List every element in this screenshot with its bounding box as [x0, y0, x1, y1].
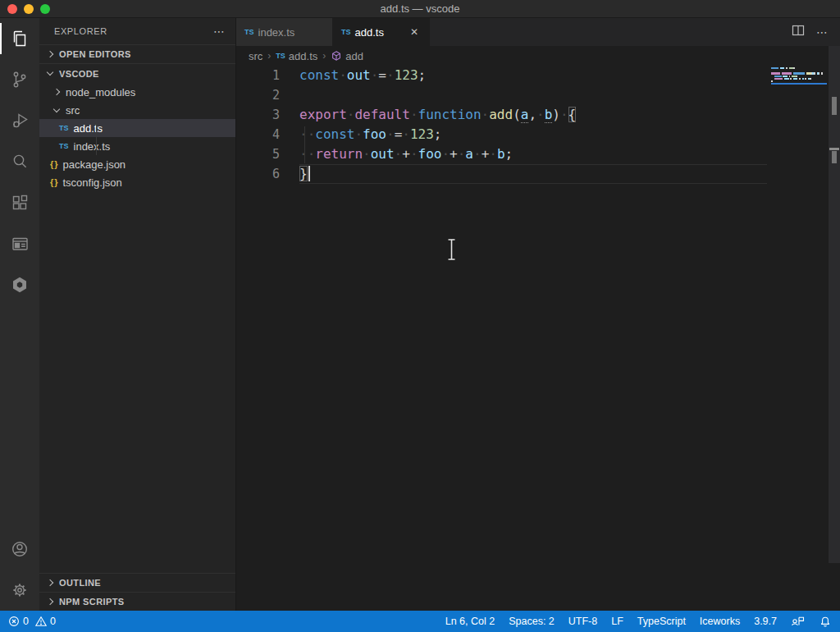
typescript-file-icon: TS: [59, 142, 69, 150]
extensions-icon[interactable]: [0, 182, 39, 223]
breadcrumb-add-ts[interactable]: TS add.ts: [276, 50, 317, 62]
line-number-gutter[interactable]: 123456: [236, 66, 289, 184]
close-tab-icon[interactable]: ✕: [408, 25, 421, 39]
overview-mark: [832, 151, 837, 163]
tree-item-label: src: [66, 104, 80, 117]
line-number[interactable]: 3: [236, 105, 280, 125]
breadcrumb-label: src: [249, 50, 262, 62]
typescript-file-icon: TS: [59, 124, 69, 132]
language-mode-status[interactable]: TypeScript: [637, 616, 686, 627]
source-control-icon[interactable]: [0, 59, 39, 100]
code-line: export·default·function·add(a,·b)·{: [299, 105, 576, 125]
npm-scripts-section[interactable]: NPM SCRIPTS: [39, 592, 235, 611]
json-file-icon: { }: [50, 159, 57, 169]
tree-item-package-json[interactable]: { } package.json: [39, 155, 235, 173]
tree-item-index-ts[interactable]: TS index.ts: [39, 137, 235, 155]
title-bar: add.ts — vscode: [0, 0, 840, 18]
tree-item-label: add.ts: [74, 122, 103, 135]
explorer-icon[interactable]: [0, 18, 39, 59]
chevron-right-icon: ›: [322, 50, 326, 62]
minimap[interactable]: [771, 67, 827, 83]
editor-more-actions-icon[interactable]: ⋯: [816, 29, 829, 35]
app-preview-icon[interactable]: [0, 223, 39, 264]
chevron-right-icon: [53, 89, 60, 95]
breadcrumb-symbol-add[interactable]: add: [331, 50, 363, 62]
workspace-section[interactable]: VSCODE: [39, 64, 235, 83]
line-number[interactable]: 6: [236, 164, 280, 184]
iceworks-status[interactable]: Iceworks: [700, 616, 740, 627]
iceworks-icon[interactable]: [0, 264, 39, 305]
tree-item-add-ts[interactable]: TS add.ts: [39, 119, 235, 137]
code-editor[interactable]: 123456 const·out·=·123;export·default·fu…: [236, 66, 840, 611]
typescript-file-icon: TS: [244, 28, 254, 36]
open-editors-section[interactable]: OPEN EDITORS: [39, 44, 235, 64]
warning-count: 0: [50, 616, 56, 627]
cursor-position-status[interactable]: Ln 6, Col 2: [445, 616, 495, 627]
outline-label: OUTLINE: [59, 578, 101, 588]
line-number[interactable]: 5: [236, 144, 280, 164]
tab-add-ts[interactable]: TS add.ts ✕: [333, 18, 430, 46]
tree-item-label: index.ts: [74, 140, 111, 153]
open-editors-label: OPEN EDITORS: [59, 49, 131, 59]
encoding-status[interactable]: UTF-8: [568, 616, 597, 627]
status-bar: 0 0 Ln 6, Col 2 Spaces: 2 UTF-8 LF TypeS…: [0, 611, 840, 632]
editor-pane: TS index.ts TS add.ts ✕ ⋯ src › TS: [236, 18, 840, 611]
tab-label: add.ts: [355, 26, 384, 39]
sidebar-header: EXPLORER ⋯: [39, 18, 235, 44]
tree-item-label: node_modules: [66, 86, 135, 98]
error-count: 0: [23, 616, 29, 627]
breadcrumb-src[interactable]: src: [249, 50, 262, 62]
tab-label: index.ts: [258, 26, 295, 39]
activity-bar: [0, 18, 39, 611]
file-tree: node_modules src TS add.ts TS index.ts {…: [39, 83, 235, 191]
mouse-ibeam-cursor: [446, 238, 457, 264]
outline-section[interactable]: OUTLINE: [39, 573, 235, 592]
overview-mark: [832, 97, 837, 115]
breadcrumb-label: add: [345, 50, 363, 62]
line-number[interactable]: 4: [236, 125, 280, 144]
minimap-current-line: [771, 83, 827, 85]
code-line: ··return·out·+·foo·+·a·+·b;: [299, 144, 576, 164]
overview-cursor-mark: [829, 148, 839, 150]
split-editor-icon[interactable]: [792, 24, 805, 40]
workspace-label: VSCODE: [59, 69, 99, 79]
indentation-status[interactable]: Spaces: 2: [509, 616, 555, 627]
npm-scripts-label: NPM SCRIPTS: [59, 597, 125, 607]
tree-item-label: package.json: [62, 158, 126, 171]
breadcrumb: src › TS add.ts › add: [236, 46, 840, 66]
error-icon: [8, 616, 20, 627]
account-icon[interactable]: [0, 529, 39, 570]
line-number[interactable]: 1: [236, 66, 280, 85]
problems-status[interactable]: 0 0: [8, 616, 56, 627]
sidebar-title: EXPLORER: [54, 26, 107, 36]
explorer-sidebar: EXPLORER ⋯ OPEN EDITORS VSCODE node_modu…: [39, 18, 236, 611]
breadcrumb-label: add.ts: [289, 50, 317, 62]
typescript-file-icon: TS: [276, 52, 285, 60]
settings-gear-icon[interactable]: [0, 570, 39, 611]
typescript-file-icon: TS: [341, 28, 351, 36]
tree-item-tsconfig-json[interactable]: { } tsconfig.json: [39, 173, 235, 191]
tab-bar: TS index.ts TS add.ts ✕ ⋯: [236, 18, 840, 46]
chevron-down-icon: [53, 105, 60, 112]
indent-guide: [304, 126, 305, 163]
overview-ruler-scrollbar[interactable]: [829, 46, 840, 563]
chevron-right-icon: [47, 579, 53, 586]
tab-index-ts[interactable]: TS index.ts: [236, 18, 333, 46]
run-and-debug-icon[interactable]: [0, 100, 39, 141]
code-line: ··const·foo·=·123;: [299, 125, 576, 144]
feedback-icon[interactable]: [791, 615, 805, 628]
text-cursor: [308, 166, 310, 181]
sidebar-more-actions-icon[interactable]: ⋯: [213, 28, 226, 34]
notifications-bell-icon[interactable]: [819, 615, 832, 628]
chevron-down-icon: [47, 69, 53, 76]
window-title: add.ts — vscode: [0, 2, 840, 15]
version-status[interactable]: 3.9.7: [754, 616, 777, 627]
tree-item-node-modules[interactable]: node_modules: [39, 83, 235, 101]
eol-status[interactable]: LF: [611, 616, 623, 627]
chevron-right-icon: [47, 598, 53, 605]
current-line-highlight: [299, 164, 767, 184]
tree-item-src[interactable]: src: [39, 101, 235, 119]
tree-item-label: tsconfig.json: [62, 176, 121, 189]
search-icon[interactable]: [0, 141, 39, 182]
line-number[interactable]: 2: [236, 85, 280, 105]
